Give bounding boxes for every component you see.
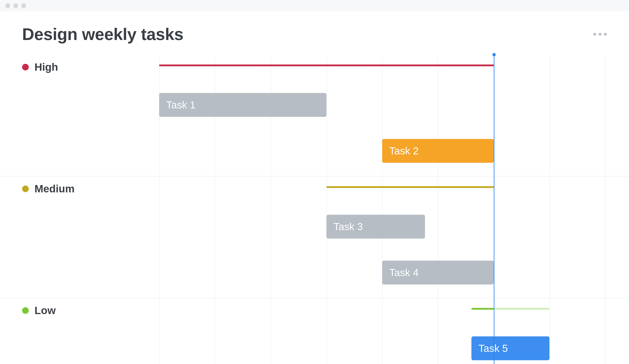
priority-dot-icon (22, 186, 29, 192)
task-row: Task 4 (0, 252, 629, 298)
gantt-chart: HighTask 1Task 2MediumTask 3Task 4LowTas… (0, 55, 629, 364)
today-dot-icon (492, 53, 496, 56)
content-area: Design weekly tasks HighTask 1Task 2Medi… (0, 11, 629, 364)
task-bar[interactable]: Task 3 (326, 215, 425, 239)
window-zoom-icon[interactable] (21, 3, 26, 8)
task-bar[interactable]: Task 1 (159, 93, 326, 117)
group-header[interactable]: Low (0, 298, 629, 317)
priority-group: MediumTask 3Task 4 (0, 176, 629, 298)
page-title: Design weekly tasks (22, 24, 183, 44)
task-row: Task 2 (0, 130, 629, 176)
group-header[interactable]: High (0, 55, 629, 73)
priority-label: Low (34, 304, 56, 317)
task-row: Task 1 (0, 84, 629, 130)
task-label: Task 5 (478, 342, 508, 354)
task-row: Task 3 (0, 206, 629, 252)
more-options-icon[interactable] (589, 28, 611, 40)
window-minimize-icon[interactable] (13, 3, 18, 8)
priority-group: LowTask 5 (0, 298, 629, 364)
task-label: Task 4 (389, 267, 419, 278)
app-window: Design weekly tasks HighTask 1Task 2Medi… (0, 0, 629, 364)
task-bar[interactable]: Task 5 (472, 336, 549, 360)
task-label: Task 3 (333, 221, 363, 233)
priority-dot-icon (22, 64, 29, 70)
task-label: Task 2 (389, 145, 419, 157)
task-bar[interactable]: Task 2 (382, 139, 494, 163)
task-bar[interactable]: Task 4 (382, 261, 494, 284)
priority-label: Medium (34, 183, 74, 195)
groups-container: HighTask 1Task 2MediumTask 3Task 4LowTas… (0, 55, 629, 364)
priority-label: High (34, 61, 58, 73)
task-label: Task 1 (166, 99, 196, 111)
priority-dot-icon (22, 307, 29, 314)
group-header[interactable]: Medium (0, 176, 629, 195)
task-row: Task 5 (0, 328, 629, 364)
window-titlebar (0, 0, 629, 11)
priority-group: HighTask 1Task 2 (0, 55, 629, 176)
today-indicator (494, 55, 494, 364)
header-row: Design weekly tasks (0, 24, 629, 44)
window-close-icon[interactable] (5, 3, 10, 8)
